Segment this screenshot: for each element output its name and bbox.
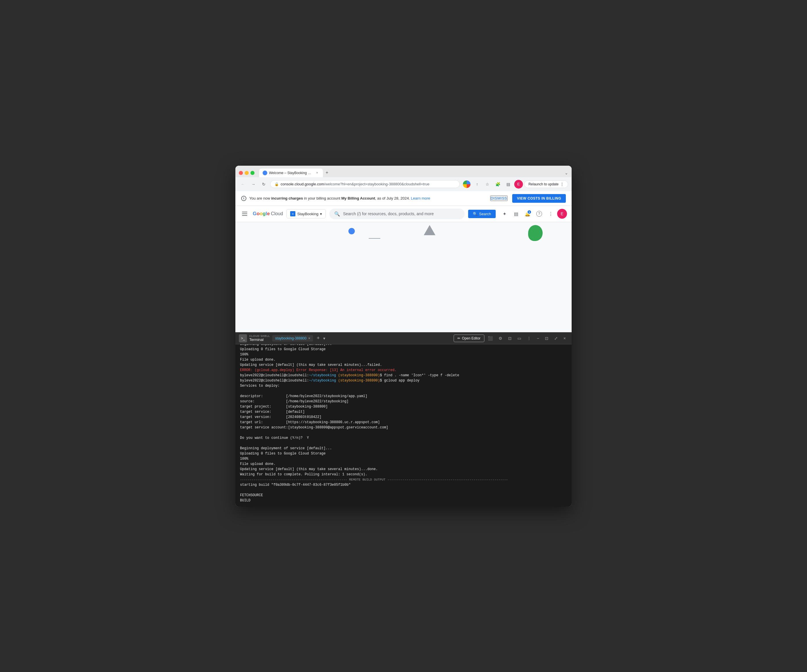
- gc-header: Google Cloud ≡ StayBooking ▾ 🔍 Search (/…: [235, 206, 572, 222]
- shell-tab-close[interactable]: ×: [308, 336, 310, 340]
- notification-badge: 1: [527, 210, 531, 214]
- terminal-line: byleve2022@cloudshell@cloudshell:~/stayb…: [240, 373, 567, 378]
- terminal-line: Beginning deployment of service [default…: [240, 446, 567, 451]
- tab-bar: Welcome – StayBooking – Go… × +: [259, 169, 562, 177]
- relaunch-menu-icon: ⋮: [560, 182, 564, 186]
- dismiss-button[interactable]: DISMISS: [490, 195, 508, 201]
- terminal-line: Do you want to continue (Y/n)? Y: [240, 435, 567, 440]
- split-shell-button[interactable]: ⊡: [543, 335, 551, 342]
- project-dropdown-icon: ▾: [320, 212, 322, 216]
- shell-label-group: CLOUD SHELL Terminal: [249, 334, 270, 342]
- maximize-traffic-light[interactable]: [251, 171, 254, 175]
- terminal-line: starting build "f0a309db-0c7f-4447-83c6-…: [240, 482, 567, 488]
- title-bar: Welcome – StayBooking – Go… × + ⌄: [235, 166, 572, 177]
- open-editor-button[interactable]: ✏ Open Editor: [453, 334, 484, 342]
- url-bar[interactable]: 🔒 console.cloud.google.com/welcome?hl=en…: [270, 180, 460, 188]
- terminal-line: Updating service [default] (this may tak…: [240, 362, 567, 367]
- terminal-line: byleve2022@cloudshell@cloudshell:~/stayb…: [240, 378, 567, 383]
- terminal-line: target version: [20240803t010422]: [240, 414, 567, 420]
- terminal-line: File upload done.: [240, 462, 567, 467]
- search-button[interactable]: 🔍 Search: [468, 210, 496, 218]
- add-tab-button[interactable]: +: [317, 335, 320, 341]
- close-traffic-light[interactable]: [239, 171, 243, 175]
- rect-icon[interactable]: ▭: [515, 335, 523, 342]
- camera-icon[interactable]: ⊡: [506, 335, 514, 342]
- terminal-line: Updating service [default] (this may tak…: [240, 467, 567, 472]
- terminal-line: target project: [staybooking-388800]: [240, 404, 567, 409]
- search-icon: 🔍: [334, 211, 340, 217]
- notification-actions: DISMISS VIEW COSTS IN BILLING: [490, 194, 566, 203]
- notification-text: You are now incurring charges in your bi…: [249, 196, 490, 200]
- terminal-line: [240, 389, 567, 394]
- hamburger-menu[interactable]: [240, 209, 249, 218]
- minimize-shell-button[interactable]: −: [535, 335, 541, 342]
- terminal-line: Services to deploy:: [240, 383, 567, 389]
- terminal-line: [240, 440, 567, 446]
- gc-profile-button[interactable]: E: [557, 209, 567, 219]
- shell-tab[interactable]: staybooking-388800 ×: [272, 335, 313, 341]
- terminal-line: [240, 488, 567, 493]
- relaunch-button[interactable]: Relaunch to update ⋮: [524, 180, 568, 188]
- terminal-body: byleve2022@cloudshell@cloudshell:~/stayb…: [235, 344, 572, 506]
- view-costs-button[interactable]: VIEW COSTS IN BILLING: [512, 194, 566, 203]
- bookmark-icon[interactable]: ☆: [483, 180, 492, 189]
- back-button[interactable]: ←: [239, 180, 247, 188]
- help-button[interactable]: ?: [534, 209, 545, 219]
- sparkle-button[interactable]: ✦: [499, 209, 510, 219]
- share-icon[interactable]: ↑: [473, 180, 482, 189]
- green-blob-shape: [528, 225, 543, 241]
- terminal-line: target service account:[staybooking-3888…: [240, 425, 567, 430]
- cloud-shell: >_ CLOUD SHELL Terminal staybooking-3888…: [235, 332, 572, 506]
- shell-more-icon[interactable]: ⋮: [525, 335, 533, 342]
- google-logo-circle: [463, 180, 470, 188]
- address-bar: ← → ↻ 🔒 console.cloud.google.com/welcome…: [235, 177, 572, 191]
- lock-icon: 🔒: [274, 182, 279, 186]
- new-tab-button[interactable]: +: [323, 169, 331, 177]
- tab-favicon: [262, 170, 267, 175]
- cloud-shell-label: CLOUD SHELL: [249, 334, 270, 338]
- gc-logo: Google Cloud: [253, 211, 283, 217]
- profile-button[interactable]: E: [514, 180, 523, 189]
- terminal-line: BUILD: [240, 498, 567, 503]
- sidebar-toggle-icon[interactable]: ▤: [504, 180, 513, 189]
- shell-toolbar: >_ CLOUD SHELL Terminal staybooking-3888…: [235, 333, 572, 344]
- terminal-line: Uploading 0 files to Google Cloud Storag…: [240, 347, 567, 352]
- extension-icon[interactable]: 🧩: [493, 180, 503, 189]
- terminal-line: Uploading 0 files to Google Cloud Storag…: [240, 451, 567, 456]
- shell-toolbar-right: ✏ Open Editor ⬛ ⚙ ⊡ ▭ ⋮ − ⊡ ⤢ ×: [453, 334, 568, 342]
- browser-window: Welcome – StayBooking – Go… × + ⌄ ← → ↻ …: [235, 166, 572, 506]
- shell-settings-icon[interactable]: ⚙: [496, 335, 505, 342]
- terminal-button[interactable]: ▤: [511, 209, 521, 219]
- terminal-line: 100%: [240, 456, 567, 462]
- notifications-button[interactable]: 🔔 1: [522, 209, 533, 219]
- open-editor-label: Open Editor: [462, 336, 481, 340]
- minimize-traffic-light[interactable]: [245, 171, 249, 175]
- project-selector[interactable]: ≡ StayBooking ▾: [286, 209, 326, 218]
- address-actions: ↑ ☆ 🧩 ▤ E Relaunch to update ⋮: [462, 180, 568, 189]
- search-btn-label: Search: [479, 212, 491, 216]
- window-controls-right: ⌄: [565, 170, 568, 175]
- google-icon: [462, 180, 472, 189]
- learn-more-link[interactable]: Learn more: [411, 196, 430, 200]
- open-external-button[interactable]: ⤢: [552, 335, 560, 342]
- expand-icon[interactable]: ⌄: [565, 170, 568, 175]
- info-icon: ℹ: [241, 196, 246, 201]
- traffic-lights: [239, 171, 254, 175]
- search-btn-icon: 🔍: [473, 212, 477, 216]
- terminal-line: Beginning deployment of service [default…: [240, 344, 567, 347]
- gc-search-bar[interactable]: 🔍 Search (/) for resources, docs, produc…: [329, 209, 464, 219]
- reload-button[interactable]: ↻: [260, 180, 268, 188]
- gc-header-actions: ✦ ▤ 🔔 1 ? ⋮ E: [499, 209, 567, 219]
- monitor-icon[interactable]: ⬛: [485, 335, 495, 342]
- tab-options-button[interactable]: ▾: [323, 336, 325, 341]
- forward-button[interactable]: →: [249, 180, 257, 188]
- google-logo-text: Google: [253, 211, 270, 217]
- active-tab[interactable]: Welcome – StayBooking – Go… ×: [259, 169, 323, 177]
- relaunch-label: Relaunch to update: [528, 182, 559, 186]
- more-options-button[interactable]: ⋮: [546, 209, 556, 219]
- main-content-area: [235, 222, 572, 332]
- url-path: /welcome?hl=en&project=staybooking-38880…: [324, 182, 429, 186]
- close-shell-button[interactable]: ×: [561, 335, 568, 342]
- tab-title: Welcome – StayBooking – Go…: [269, 171, 313, 175]
- tab-close-button[interactable]: ×: [315, 170, 319, 175]
